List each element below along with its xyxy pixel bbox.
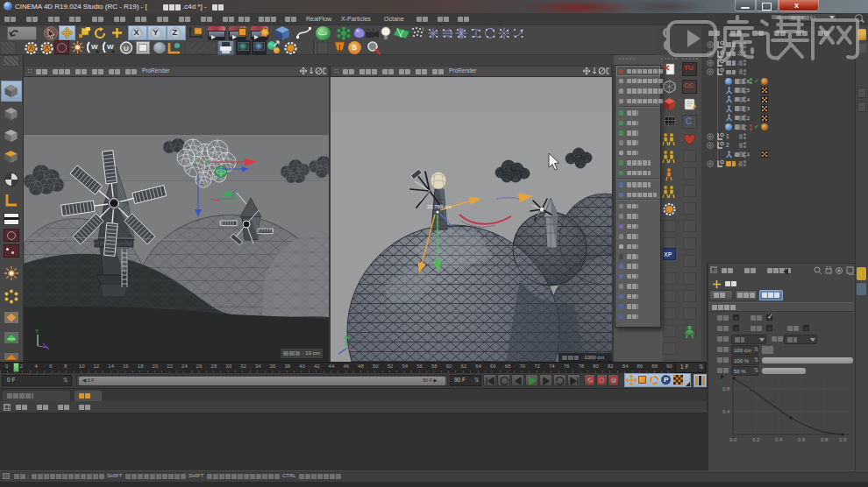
svg-text:W: W	[91, 43, 98, 51]
svg-text:0.6: 0.6	[798, 437, 806, 442]
svg-text:0.4: 0.4	[722, 409, 730, 414]
svg-text:U: U	[124, 45, 129, 53]
svg-text:1.0: 1.0	[839, 437, 847, 442]
svg-text:0.2: 0.2	[752, 437, 760, 442]
svg-text:0.8: 0.8	[821, 437, 829, 442]
svg-text:W: W	[107, 43, 114, 51]
svg-text:0.4: 0.4	[775, 437, 783, 442]
svg-text:22.769 cm: 22.769 cm	[427, 204, 452, 209]
svg-text:0.0: 0.0	[729, 437, 737, 442]
svg-text:0.8: 0.8	[722, 386, 730, 392]
svg-text:Y: Y	[35, 328, 39, 334]
